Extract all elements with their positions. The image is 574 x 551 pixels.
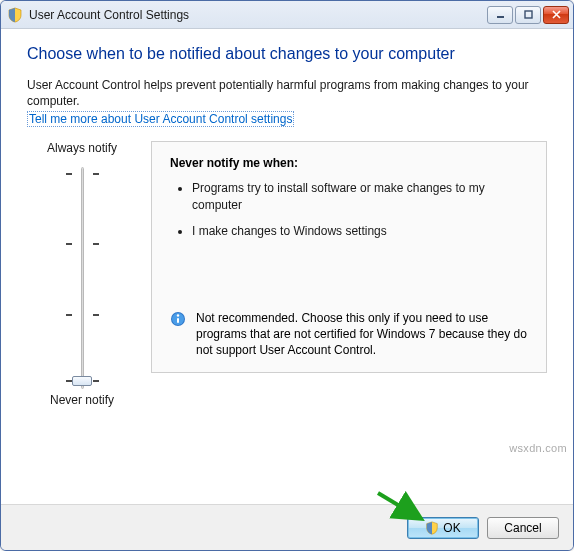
shield-icon xyxy=(425,521,439,535)
slider-bottom-label: Never notify xyxy=(50,393,114,407)
explanation-panel: Never notify me when: Programs try to in… xyxy=(151,141,547,373)
info-icon xyxy=(170,311,186,327)
notification-slider-column: Always notify Never notify xyxy=(27,141,137,415)
window-controls xyxy=(485,6,569,24)
explanation-item: I make changes to Windows settings xyxy=(192,223,530,239)
explanation-item: Programs try to install software or make… xyxy=(192,180,530,212)
minimize-button[interactable] xyxy=(487,6,513,24)
ok-button[interactable]: OK xyxy=(407,517,479,539)
explanation-title: Never notify me when: xyxy=(170,156,530,170)
intro-text: User Account Control helps prevent poten… xyxy=(27,77,547,109)
svg-rect-0 xyxy=(497,16,504,18)
close-button[interactable] xyxy=(543,6,569,24)
cancel-button-label: Cancel xyxy=(504,521,541,535)
dialog-footer: OK Cancel xyxy=(1,504,573,550)
recommendation-row: Not recommended. Choose this only if you… xyxy=(170,310,530,359)
learn-more-link[interactable]: Tell me more about User Account Control … xyxy=(27,111,294,127)
ok-button-label: OK xyxy=(443,521,460,535)
notification-slider[interactable] xyxy=(81,167,84,389)
svg-rect-4 xyxy=(177,318,179,323)
settings-body: Always notify Never notify Never notify … xyxy=(27,141,547,415)
window-title: User Account Control Settings xyxy=(29,8,485,22)
recommendation-text: Not recommended. Choose this only if you… xyxy=(196,310,530,359)
slider-track xyxy=(81,167,84,389)
titlebar: User Account Control Settings xyxy=(1,1,573,29)
slider-top-label: Always notify xyxy=(47,141,117,155)
shield-icon xyxy=(7,7,23,23)
explanation-list: Programs try to install software or make… xyxy=(170,180,530,249)
cancel-button[interactable]: Cancel xyxy=(487,517,559,539)
slider-thumb[interactable] xyxy=(72,376,92,386)
watermark-text: wsxdn.com xyxy=(509,442,567,454)
maximize-button[interactable] xyxy=(515,6,541,24)
svg-point-5 xyxy=(177,314,179,316)
svg-rect-1 xyxy=(525,11,532,18)
page-heading: Choose when to be notified about changes… xyxy=(27,45,547,63)
uac-settings-window: User Account Control Settings Choose whe… xyxy=(0,0,574,551)
content-area: Choose when to be notified about changes… xyxy=(1,29,573,504)
